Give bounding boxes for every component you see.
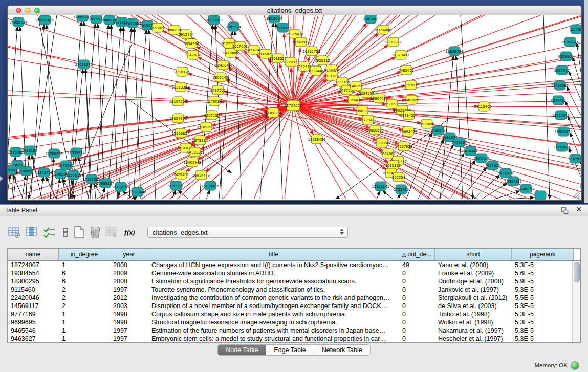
table-cell[interactable]: 14569117 [8,302,59,310]
graph-node[interactable]: 20206536 [46,149,63,158]
table-cell[interactable]: 5.9E-5 [512,277,574,286]
select-rows-icon[interactable] [42,225,56,239]
table-cell[interactable]: 0 [399,286,435,294]
table-row[interactable]: 946554611997Estimation of the future num… [8,326,580,335]
table-row[interactable]: 946362711997Embryonic stem cells: a mode… [8,335,580,343]
column-header-in_degree[interactable]: in_degree [59,249,110,260]
table-cell[interactable]: Yano et al. (2008) [435,261,512,269]
graph-node[interactable]: 12213987 [384,37,402,47]
graph-node[interactable]: 16210643 [552,111,570,120]
vertical-scrollbar[interactable] [572,261,580,342]
graph-node[interactable]: 10973493 [392,50,409,59]
table-cell[interactable]: Estimation of significance thresholds fo… [148,277,399,286]
table-cell[interactable]: 1997 [110,326,148,335]
graph-node[interactable]: 116753 [569,154,581,163]
table-cell[interactable]: Nakamura et al. (1997) [435,326,512,335]
column-header-title[interactable]: title [148,249,399,260]
graph-node[interactable]: 9699695 [419,119,434,128]
graph-node[interactable] [535,191,546,200]
column-header-pagerank[interactable]: pagerank [512,249,574,260]
table-cell[interactable]: 22420046 [8,294,59,302]
table-cell[interactable]: Structural magnetic resonance image aver… [148,318,399,326]
panel-collapse-handle-icon[interactable] [0,176,3,181]
graph-node[interactable]: 15751074 [561,37,579,47]
table-cell[interactable]: Franke et al. (2009) [435,269,512,277]
graph-node[interactable]: 1170084 [207,97,222,106]
graph-node[interactable]: 9975487 [58,161,74,170]
graph-node[interactable]: 15692971 [555,127,572,136]
graph-node[interactable]: 1244413 [551,96,566,105]
table-cell[interactable]: Estimation of the future numbers of pati… [148,326,399,335]
table-cell[interactable]: 9463627 [8,335,59,343]
graph-node[interactable]: 9115460 [476,102,492,111]
graph-node[interactable]: 15716485 [202,181,219,190]
table-cell[interactable]: Dudbridge et al. (2008) [435,277,512,286]
table-cell[interactable]: 2008 [110,277,148,286]
table-cell[interactable]: 2008 [110,261,148,269]
graph-node[interactable]: 822037 [284,57,297,67]
table-cell[interactable]: 5.3E-5 [512,286,574,294]
table-cell[interactable]: 6 [59,269,110,277]
graph-node[interactable]: 18107552 [169,97,187,106]
table-row[interactable]: 1456911722003Disruption of a novel membe… [8,302,580,310]
delete-rows-icon[interactable] [88,225,102,239]
graph-node[interactable]: 9427552 [210,85,226,95]
graph-node[interactable]: 7955812 [315,56,330,65]
graph-node[interactable]: 1156869 [18,166,34,176]
graph-node[interactable]: 1990448 [308,66,323,75]
table-selector-dropdown[interactable]: citations_edges.txt [147,227,348,238]
table-cell[interactable]: 1998 [110,310,148,318]
graph-node[interactable]: 7986322 [355,106,370,115]
graph-node[interactable]: 2342004 [185,50,201,59]
column-header-name[interactable]: name [8,249,59,260]
table-cell[interactable]: Wolkin et al. (1998) [435,318,512,326]
table-cell[interactable]: Tibbo et al. (1998) [435,310,512,318]
graph-node[interactable]: 9242848 [215,60,231,70]
graph-node[interactable]: 17359924 [68,148,85,157]
table-cell[interactable]: Embryonic stem cells: a model to study s… [148,335,399,343]
table-cell[interactable]: 49 [399,261,435,269]
table-cell[interactable]: 9777169 [8,310,59,318]
graph-node[interactable]: 7425402 [173,170,189,179]
table-cell[interactable]: 0 [399,294,435,302]
graph-node[interactable]: 7632621 [485,161,500,170]
graph-node[interactable]: 5878314 [192,136,208,145]
function-builder-icon[interactable]: f(x) [123,225,137,239]
close-panel-icon[interactable]: ✕ [576,205,582,213]
table-cell[interactable]: de Silva et al. (2003) [435,302,512,310]
graph-node[interactable]: 1919189 [22,146,37,155]
table-cell[interactable]: 0 [399,326,435,335]
table-cell[interactable]: 18724007 [8,261,59,269]
graph-node[interactable]: 252254 [392,172,405,182]
float-panel-icon[interactable] [560,206,569,214]
graph-node[interactable]: 20691406 [36,15,54,25]
table-cell[interactable]: 5.3E-5 [512,318,574,326]
graph-node[interactable]: 8471676 [498,168,513,178]
table-row[interactable]: 2242004622012Investigating the contribut… [8,294,580,302]
table-settings-icon[interactable] [7,225,21,239]
table-cell[interactable]: 19384554 [8,269,59,277]
graph-node[interactable]: 111730 [570,25,581,34]
graph-node[interactable]: 16033809 [205,15,223,25]
graph-node[interactable]: 5912954 [179,30,194,39]
east-panel-edge[interactable] [584,0,588,203]
table-cell[interactable]: 1 [59,261,110,269]
table-cell[interactable]: Corpus callosum shape and size in male p… [148,310,399,318]
table-cell[interactable]: Changes of HCN gene expression and I(f) … [148,261,399,269]
graph-node[interactable]: 1733426 [394,185,409,194]
table-cell[interactable]: Genome-wide association studies in ADHD. [148,269,399,277]
graph-node[interactable]: 7485063 [399,65,414,75]
table-cell[interactable]: 0 [399,335,435,343]
graph-node[interactable]: 12923446 [129,187,146,196]
graph-node[interactable]: 18724007 [285,100,302,111]
graph-node[interactable]: 9227342 [554,65,570,75]
graph-node[interactable]: 18907249 [373,138,390,147]
graph-node[interactable]: 7663822 [150,23,165,32]
table-cell[interactable]: 5.3E-5 [512,335,574,343]
tab-edge-table[interactable]: Edge Table [266,345,313,355]
table-cell[interactable]: Stergiakouli et al. (2012) [435,294,512,302]
graph-node[interactable]: 6479197 [452,138,467,147]
table-cell[interactable]: Hescheler et al. (1997) [435,335,512,343]
show-columns-icon[interactable] [25,225,39,239]
table-cell[interactable]: 5.6E-5 [512,269,574,277]
